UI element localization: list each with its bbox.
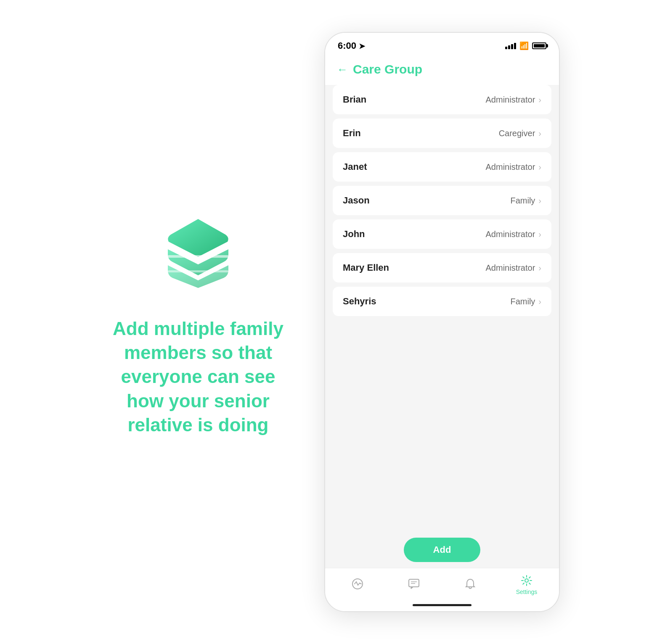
svg-point-6 bbox=[525, 579, 528, 582]
home-bar bbox=[413, 604, 472, 606]
status-time: 6:00 ➤ bbox=[338, 40, 365, 51]
member-name: John bbox=[343, 229, 365, 240]
member-item[interactable]: JanetAdministrator› bbox=[333, 152, 551, 182]
member-name: Janet bbox=[343, 161, 367, 172]
page-wrapper: Add multiple family members so that ever… bbox=[0, 0, 657, 644]
nav-item-chat[interactable] bbox=[399, 578, 429, 592]
add-area: Add bbox=[325, 530, 559, 568]
member-item[interactable]: BrianAdministrator› bbox=[333, 85, 551, 114]
logo-container bbox=[152, 207, 244, 300]
left-panel: Add multiple family members so that ever… bbox=[97, 207, 299, 437]
member-right: Administrator› bbox=[486, 95, 541, 105]
members-list: BrianAdministrator›ErinCaregiver›JanetAd… bbox=[325, 85, 559, 530]
member-right: Family› bbox=[510, 196, 541, 206]
nav-item-settings[interactable]: Settings bbox=[512, 574, 541, 595]
member-right: Administrator› bbox=[486, 263, 541, 273]
bell-icon bbox=[464, 578, 477, 590]
member-name: Jason bbox=[343, 195, 370, 206]
signal-icon bbox=[505, 43, 516, 49]
chat-icon bbox=[408, 578, 420, 590]
member-name: Sehyris bbox=[343, 296, 376, 307]
member-item[interactable]: JohnAdministrator› bbox=[333, 219, 551, 249]
chevron-right-icon: › bbox=[538, 297, 541, 306]
svg-rect-0 bbox=[168, 255, 228, 258]
member-role: Family bbox=[510, 297, 535, 306]
nav-item-activity[interactable] bbox=[343, 578, 372, 592]
tagline: Add multiple family members so that ever… bbox=[110, 317, 286, 437]
app-header: ← Care Group bbox=[325, 55, 559, 85]
chevron-right-icon: › bbox=[538, 129, 541, 138]
navigation-icon: ➤ bbox=[359, 42, 365, 50]
status-icons: 📶 bbox=[505, 41, 546, 50]
member-role: Caregiver bbox=[499, 129, 535, 138]
member-item[interactable]: SehyrisFamily› bbox=[333, 287, 551, 316]
chevron-right-icon: › bbox=[538, 263, 541, 273]
member-name: Erin bbox=[343, 128, 361, 139]
member-name: Mary Ellen bbox=[343, 262, 389, 273]
svg-rect-1 bbox=[168, 270, 228, 272]
chevron-right-icon: › bbox=[538, 196, 541, 206]
member-right: Administrator› bbox=[486, 162, 541, 172]
back-button[interactable]: ← bbox=[337, 63, 348, 76]
member-right: Family› bbox=[510, 297, 541, 306]
page-title: Care Group bbox=[353, 62, 422, 77]
member-role: Administrator bbox=[486, 230, 535, 239]
chevron-right-icon: › bbox=[538, 230, 541, 239]
battery-icon bbox=[532, 42, 546, 49]
app-logo bbox=[156, 211, 240, 296]
member-role: Administrator bbox=[486, 162, 535, 172]
settings-icon bbox=[520, 574, 533, 587]
chevron-right-icon: › bbox=[538, 162, 541, 172]
nav-item-bell[interactable] bbox=[456, 578, 485, 592]
member-role: Administrator bbox=[486, 263, 535, 273]
svg-rect-3 bbox=[409, 579, 419, 587]
member-item[interactable]: Mary EllenAdministrator› bbox=[333, 253, 551, 282]
bottom-nav: Settings bbox=[325, 568, 559, 599]
add-button[interactable]: Add bbox=[404, 538, 481, 562]
status-bar: 6:00 ➤ 📶 bbox=[325, 33, 559, 55]
member-item[interactable]: JasonFamily› bbox=[333, 186, 551, 215]
nav-label-settings: Settings bbox=[516, 589, 538, 595]
phone-frame: 6:00 ➤ 📶 ← Care Group bbox=[324, 32, 560, 612]
member-name: Brian bbox=[343, 94, 366, 105]
member-role: Family bbox=[510, 196, 535, 206]
activity-icon bbox=[351, 578, 364, 590]
member-right: Caregiver› bbox=[499, 129, 541, 138]
member-right: Administrator› bbox=[486, 230, 541, 239]
wifi-icon: 📶 bbox=[519, 41, 529, 50]
member-item[interactable]: ErinCaregiver› bbox=[333, 119, 551, 148]
member-role: Administrator bbox=[486, 95, 535, 105]
chevron-right-icon: › bbox=[538, 95, 541, 105]
home-indicator bbox=[325, 599, 559, 611]
